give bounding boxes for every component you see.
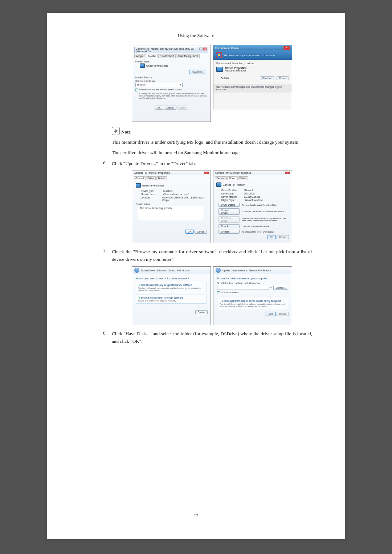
tab-details[interactable]: Details bbox=[156, 176, 167, 180]
cancel-button[interactable]: Cancel bbox=[195, 230, 207, 234]
driver-details-button[interactable]: Driver Details bbox=[219, 203, 240, 207]
ok-button[interactable]: OK bbox=[155, 106, 163, 110]
screenshot-props-driver: Generic PnP Monitor Properties ✕ General… bbox=[213, 171, 292, 243]
tab-details[interactable]: Details bbox=[237, 176, 248, 180]
option-browse-computer[interactable]: ➜ Browse my computer for driver software… bbox=[136, 295, 207, 304]
hide-modes-checkbox[interactable]: ✓ bbox=[135, 89, 138, 91]
uac-item-vendor: Microsoft Windows bbox=[225, 69, 246, 72]
hide-modes-label: Hide modes that this monitor cannot disp… bbox=[139, 89, 181, 91]
location-input[interactable] bbox=[217, 286, 269, 290]
note-callout: Note bbox=[112, 127, 312, 135]
minimize-icon[interactable] bbox=[199, 48, 203, 50]
tab-general[interactable]: General bbox=[134, 176, 146, 180]
cancel-button[interactable]: Cancel bbox=[277, 235, 289, 239]
window-title: Generic PnP Monitor Properties bbox=[215, 172, 251, 174]
monitor-name: Generic PnP Monitor bbox=[146, 65, 168, 67]
cancel-button[interactable]: Cancel bbox=[164, 106, 176, 110]
next-button[interactable]: Next bbox=[266, 312, 275, 316]
window-title: Generic PnP Monitor and NVIDIA GeForce 6… bbox=[136, 48, 199, 53]
tab-driver[interactable]: Driver bbox=[146, 176, 156, 180]
tab-adapter[interactable]: Adapter bbox=[134, 54, 146, 58]
include-subfolders-checkbox[interactable]: ✓ bbox=[217, 291, 220, 294]
back-icon[interactable]: ← bbox=[134, 268, 139, 273]
note-text-1: This monitor driver is under certifying … bbox=[112, 139, 312, 146]
screenshot-update-browse: ← Update Driver Software - Generic PnP M… bbox=[213, 266, 292, 325]
hide-modes-desc: Clearing this check box allows you to se… bbox=[139, 93, 207, 99]
include-subfolders-label: Include subfolders bbox=[221, 291, 239, 294]
tab-driver[interactable]: Driver bbox=[227, 176, 237, 180]
tab-monitor[interactable]: Monitor bbox=[147, 54, 158, 58]
breadcrumb: Update Driver Software - Generic PnP Mon… bbox=[141, 269, 190, 272]
ok-button[interactable]: OK bbox=[268, 235, 276, 239]
ok-button[interactable]: OK bbox=[185, 230, 194, 234]
tab-general[interactable]: General bbox=[215, 176, 227, 180]
monitor-icon bbox=[136, 183, 141, 188]
tab-troubleshoot[interactable]: Troubleshoot bbox=[158, 54, 176, 58]
disable-button[interactable]: Disable bbox=[219, 224, 240, 228]
uninstall-button[interactable]: Uninstall bbox=[219, 230, 240, 234]
close-icon[interactable]: ✕ bbox=[204, 172, 209, 174]
breadcrumb: Update Driver Software - Generic PnP Mon… bbox=[222, 269, 271, 272]
monitor-name: Generic PnP Monitor bbox=[142, 184, 164, 187]
cancel-button[interactable]: Cancel bbox=[195, 310, 208, 314]
monitor-icon bbox=[216, 182, 221, 187]
cancel-button[interactable]: Cancel bbox=[277, 76, 289, 80]
tab-color-management[interactable]: Color Management bbox=[176, 54, 200, 58]
browse-button[interactable]: Browse... bbox=[273, 286, 288, 290]
continue-button[interactable]: Continue bbox=[260, 76, 274, 80]
refresh-rate-label: Screen refresh rate: bbox=[135, 80, 207, 82]
screenshot-row-1: Generic PnP Monitor and NVIDIA GeForce 6… bbox=[112, 45, 312, 122]
step-8: 8. Click "Have Disk..." and select the f… bbox=[103, 330, 312, 345]
step-6: 6. Click "Update Driver..." in the "Driv… bbox=[103, 160, 312, 167]
uac-started-text: If you started this action, continue. bbox=[216, 62, 289, 65]
search-location-label: Search for driver software in this locat… bbox=[217, 282, 288, 284]
option-search-auto[interactable]: ➜ Search automatically for updated drive… bbox=[136, 282, 207, 293]
screenshot-row-3: ← Update Driver Software - Generic PnP M… bbox=[112, 266, 312, 325]
properties-button[interactable]: Properties bbox=[189, 70, 205, 74]
refresh-rate-dropdown[interactable]: 60 Hertz ▾ bbox=[135, 83, 183, 87]
cancel-button[interactable]: Cancel bbox=[277, 312, 289, 316]
page-header: Using the Software bbox=[80, 33, 312, 38]
step-7: 7. Check the "Browse my computer for dri… bbox=[103, 248, 312, 263]
apply-button: Apply bbox=[177, 106, 188, 110]
document-page: Using the Software Generic PnP Monitor a… bbox=[47, 13, 345, 539]
close-icon[interactable]: ✕ bbox=[283, 46, 290, 50]
wizard-heading: How do you want to search for driver sof… bbox=[136, 277, 207, 280]
monitor-name: Generic PnP Monitor bbox=[223, 184, 245, 186]
screenshot-update-search: ← Update Driver Software - Generic PnP M… bbox=[132, 266, 211, 325]
note-text-2: The certified driver will be posted on S… bbox=[112, 149, 312, 156]
device-status-label: Device status bbox=[136, 203, 208, 205]
monitor-settings-label: Monitor Settings bbox=[135, 76, 207, 79]
option-let-me-pick[interactable]: ➜ Let me pick from a list of device driv… bbox=[217, 298, 288, 309]
chevron-down-icon: ⌄ bbox=[216, 77, 219, 80]
wizard-heading: Browse for driver software on your compu… bbox=[217, 277, 288, 280]
note-icon bbox=[112, 127, 120, 135]
update-driver-button[interactable]: Update Driver... bbox=[219, 208, 240, 215]
window-title: Generic PnP Monitor Properties bbox=[134, 172, 170, 174]
screenshot-row-2: Generic PnP Monitor Properties ✕ General… bbox=[112, 171, 312, 243]
device-icon bbox=[216, 67, 223, 72]
uac-item-name: Device Properties bbox=[225, 67, 246, 69]
monitor-type-label: Monitor Type bbox=[135, 60, 207, 63]
chevron-down-icon: ▾ bbox=[180, 83, 181, 86]
screenshot-uac: User Account Control ✕ Windows needs you… bbox=[213, 45, 292, 110]
screenshot-monitor-properties: Generic PnP Monitor and NVIDIA GeForce 6… bbox=[132, 45, 211, 122]
tabs: Adapter Monitor Troubleshoot Color Manag… bbox=[134, 54, 208, 58]
chevron-down-icon: ▾ bbox=[270, 287, 272, 290]
note-label: Note bbox=[121, 129, 131, 135]
page-number: 17 bbox=[47, 513, 345, 518]
uac-banner-text: Windows needs your permission to contion… bbox=[224, 54, 275, 57]
uac-footer-text: User Account Control helps stop unauthor… bbox=[213, 84, 292, 93]
close-icon[interactable]: ✕ bbox=[285, 172, 290, 174]
monitor-icon bbox=[140, 63, 145, 68]
back-icon[interactable]: ← bbox=[216, 268, 221, 273]
uac-title: User Account Control bbox=[215, 47, 239, 49]
shield-icon bbox=[216, 52, 222, 58]
details-toggle[interactable]: Details bbox=[221, 77, 258, 79]
close-icon[interactable] bbox=[203, 48, 207, 50]
rollback-driver-button: Roll Back Driver bbox=[219, 216, 240, 223]
screenshot-props-general: Generic PnP Monitor Properties ✕ General… bbox=[132, 171, 211, 243]
status-textarea: This device is working properly. bbox=[138, 206, 203, 220]
